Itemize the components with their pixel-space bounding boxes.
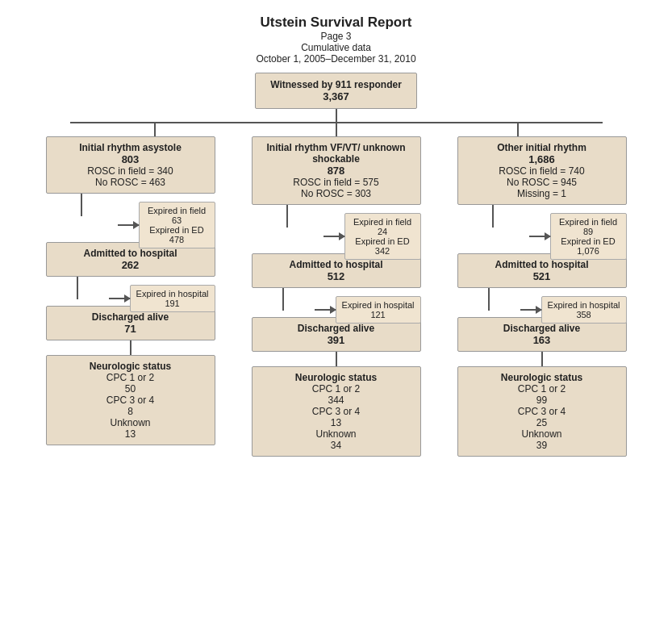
- left-discharged-label: Discharged alive: [53, 311, 208, 323]
- mid-neuro-l2: Unknown: [259, 428, 414, 440]
- branch-left: Initial rhythm asystole 803 ROSC in fiel…: [46, 136, 215, 445]
- branch-mid: Initial rhythm VF/VT/ unknown shockable …: [252, 136, 421, 457]
- right-exp-field-label1: Expired in field: [557, 217, 620, 227]
- report-page: Page 3: [8, 31, 664, 42]
- left-exp-field-val1: 63: [145, 215, 209, 225]
- left-admitted-label: Admitted to hospital: [53, 248, 208, 259]
- left-discharged-value: 71: [53, 323, 208, 335]
- mid-neuro-v0: 344: [259, 395, 414, 406]
- mid-value: 878: [259, 165, 414, 177]
- left-neuro-box: Neurologic status CPC 1 or 2 50 CPC 3 or…: [46, 355, 215, 445]
- right-neuro-v2: 39: [465, 440, 620, 451]
- mid-exp-field-label1: Expired in field: [351, 217, 415, 227]
- right-exp-field-label2: Expired in ED: [557, 236, 620, 246]
- left-neuro-l2: Unknown: [53, 417, 208, 428]
- mid-exp-field-val1: 24: [351, 227, 415, 236]
- right-discharged-label: Discharged alive: [465, 323, 620, 334]
- mid-exp-hosp-label: Expired in hospital: [342, 300, 415, 310]
- right-admitted-label: Admitted to hospital: [465, 259, 620, 270]
- report-header: Utstein Survival Report Page 3 Cumulativ…: [8, 15, 664, 65]
- branch-right: Other initial rhythm 1,686 ROSC in field…: [457, 136, 627, 457]
- left-neuro-l0: CPC 1 or 2: [53, 372, 208, 383]
- left-value: 803: [53, 153, 208, 165]
- left-exp-hosp-val: 191: [136, 299, 209, 308]
- mid-neuro-l0: CPC 1 or 2: [259, 383, 414, 395]
- report-data-type: Cumulative data: [8, 42, 664, 53]
- left-exp-field-label2: Expired in ED: [145, 225, 209, 235]
- right-neuro-l1: CPC 3 or 4: [465, 406, 620, 417]
- right-neuro-box: Neurologic status CPC 1 or 2 99 CPC 3 or…: [457, 366, 627, 457]
- right-detail-2: Missing = 1: [465, 188, 620, 199]
- right-expired-hosp-box: Expired in hospital 358: [541, 296, 627, 324]
- report-date-range: October 1, 2005–December 31, 2010: [8, 53, 664, 65]
- left-detail-1: No ROSC = 463: [53, 177, 208, 188]
- left-neuro-v0: 50: [53, 383, 208, 395]
- right-title: Other initial rhythm: [465, 142, 620, 153]
- mid-detail-1: No ROSC = 303: [259, 188, 414, 199]
- right-expired-field-box: Expired in field 89 Expired in ED 1,076: [550, 213, 627, 260]
- left-admitted-value: 262: [53, 259, 208, 271]
- left-title: Initial rhythm asystole: [53, 142, 208, 153]
- mid-discharged-value: 391: [259, 334, 414, 346]
- left-expired-field-box: Expired in field 63 Expired in ED 478: [139, 202, 215, 248]
- mid-expired-hosp-box: Expired in hospital 121: [336, 296, 421, 324]
- left-neuro-v2: 13: [53, 428, 208, 440]
- left-rhythm-box: Initial rhythm asystole 803 ROSC in fiel…: [46, 136, 215, 194]
- right-neuro-l2: Unknown: [465, 428, 620, 440]
- right-admitted-value: 521: [465, 270, 620, 282]
- top-node-box: Witnessed by 911 responder 3,367: [255, 73, 417, 109]
- mid-discharged-label: Discharged alive: [259, 323, 414, 334]
- mid-exp-hosp-val: 121: [342, 310, 415, 319]
- mid-exp-field-label2: Expired in ED: [351, 236, 415, 246]
- mid-neuro-v1: 13: [259, 417, 414, 428]
- right-neuro-v0: 99: [465, 395, 620, 406]
- right-neuro-label: Neurologic status: [465, 372, 620, 383]
- mid-title: Initial rhythm VF/VT/ unknown shockable: [259, 142, 414, 165]
- mid-neuro-label: Neurologic status: [259, 372, 414, 383]
- mid-detail-0: ROSC in field = 575: [259, 177, 414, 188]
- left-exp-field-label1: Expired in field: [145, 206, 209, 215]
- mid-admitted-label: Admitted to hospital: [259, 259, 414, 270]
- right-rhythm-box: Other initial rhythm 1,686 ROSC in field…: [457, 136, 627, 205]
- left-detail-0: ROSC in field = 340: [53, 165, 208, 177]
- report-title: Utstein Survival Report: [8, 15, 664, 31]
- right-value: 1,686: [465, 153, 620, 165]
- right-discharged-value: 163: [465, 334, 620, 346]
- left-expired-hosp-box: Expired in hospital 191: [130, 285, 215, 312]
- mid-exp-field-val2: 342: [351, 246, 415, 256]
- left-neuro-label: Neurologic status: [53, 361, 208, 372]
- right-detail-1: No ROSC = 945: [465, 177, 620, 188]
- right-exp-hosp-label: Expired in hospital: [548, 300, 620, 310]
- top-node-label: Witnessed by 911 responder: [270, 79, 402, 90]
- right-exp-hosp-val: 358: [548, 310, 620, 319]
- top-node-value: 3,367: [270, 90, 402, 102]
- mid-rhythm-box: Initial rhythm VF/VT/ unknown shockable …: [252, 136, 421, 205]
- right-exp-field-val1: 89: [557, 227, 620, 236]
- mid-neuro-box: Neurologic status CPC 1 or 2 344 CPC 3 o…: [252, 366, 421, 457]
- mid-admitted-value: 512: [259, 270, 414, 282]
- left-neuro-v1: 8: [53, 406, 208, 417]
- right-neuro-l0: CPC 1 or 2: [465, 383, 620, 395]
- right-exp-field-val2: 1,076: [557, 246, 620, 256]
- right-detail-0: ROSC in field = 740: [465, 165, 620, 177]
- right-neuro-v1: 25: [465, 417, 620, 428]
- left-exp-hosp-label: Expired in hospital: [136, 289, 209, 299]
- left-exp-field-val2: 478: [145, 235, 209, 244]
- mid-neuro-v2: 34: [259, 440, 414, 451]
- mid-neuro-l1: CPC 3 or 4: [259, 406, 414, 417]
- left-neuro-l1: CPC 3 or 4: [53, 395, 208, 406]
- mid-expired-field-box: Expired in field 24 Expired in ED 342: [344, 213, 421, 260]
